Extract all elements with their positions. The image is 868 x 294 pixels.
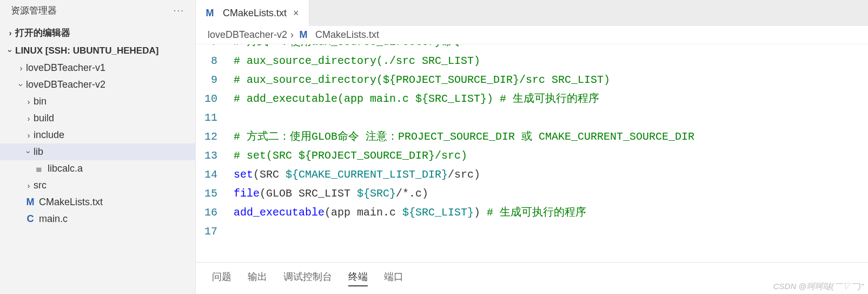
- cmake-file-icon: M: [203, 8, 216, 19]
- code-line[interactable]: 16add_executable(app main.c ${SRC_LIST})…: [196, 203, 868, 222]
- tab-label: CMakeLists.txt: [223, 8, 287, 19]
- code-content: # aux_source_directory(./src SRC_LIST): [234, 51, 868, 70]
- code-content: add_executable(app main.c ${SRC_LIST}) #…: [234, 203, 868, 222]
- chevron-right-icon: ›: [24, 114, 34, 123]
- line-number: 16: [196, 203, 234, 222]
- editor-area: M CMakeLists.txt × loveDBTeacher-v2 › M …: [196, 0, 868, 294]
- line-number: 15: [196, 184, 234, 203]
- folder-item[interactable]: ›include: [0, 127, 195, 143]
- tree-item-label: build: [34, 113, 54, 124]
- code-line[interactable]: 9# aux_source_directory(${PROJECT_SOURCE…: [196, 70, 868, 89]
- code-line[interactable]: 10# add_executable(app main.c ${SRC_LIST…: [196, 89, 868, 108]
- panel-tab-4[interactable]: 端口: [384, 270, 403, 286]
- chevron-down-icon: ›: [6, 46, 15, 56]
- code-line[interactable]: 7# 方式一：使用aux_source_directory命令: [196, 44, 868, 51]
- cmake-file-icon: M: [24, 197, 37, 208]
- tree-item-label: include: [34, 129, 64, 141]
- line-number: 14: [196, 165, 234, 184]
- code-line[interactable]: 17: [196, 222, 868, 241]
- explorer-title: 资源管理器: [11, 4, 57, 17]
- chevron-right-icon: ›: [24, 97, 34, 106]
- panel-tabs: 问题输出调试控制台终端端口: [196, 262, 868, 294]
- tree-item-label: src: [34, 180, 47, 191]
- tree-item-label: libcalc.a: [48, 163, 83, 174]
- line-number: 8: [196, 51, 234, 70]
- chevron-right-icon: ›: [24, 131, 34, 140]
- file-tree: ›loveDBTeacher-v1›loveDBTeacher-v2›bin›b…: [0, 60, 195, 227]
- folder-item[interactable]: ›loveDBTeacher-v2: [0, 76, 195, 93]
- panel-tab-1[interactable]: 输出: [248, 270, 267, 286]
- tab-cmakelists[interactable]: M CMakeLists.txt ×: [196, 0, 309, 26]
- folder-item[interactable]: ›bin: [0, 93, 195, 110]
- code-line[interactable]: 14set(SRC ${CMAKE_CURRENT_LIST_DIR}/src): [196, 165, 868, 184]
- tree-item-label: main.c: [39, 213, 68, 225]
- open-editors-section[interactable]: › 打开的编辑器: [0, 23, 195, 42]
- code-content: # 方式一：使用aux_source_directory命令: [234, 44, 868, 51]
- tree-item-label: CMakeLists.txt: [39, 197, 103, 208]
- line-number: 7: [196, 44, 234, 51]
- panel-tab-3[interactable]: 终端: [348, 270, 368, 286]
- code-line[interactable]: 12# 方式二：使用GLOB命令 注意：PROJECT_SOURCE_DIR 或…: [196, 127, 868, 146]
- tree-item-label: loveDBTeacher-v2: [26, 79, 105, 90]
- line-number: 12: [196, 127, 234, 146]
- panel-tab-2[interactable]: 调试控制台: [283, 270, 332, 286]
- breadcrumb-file[interactable]: CMakeLists.txt: [315, 29, 379, 41]
- editor-tabs: M CMakeLists.txt ×: [196, 0, 868, 26]
- tree-item-label: loveDBTeacher-v1: [26, 62, 105, 74]
- workspace-label: LINUX [SSH: UBUNTU_HEHEDA]: [15, 45, 158, 56]
- file-item[interactable]: ≣libcalc.a: [0, 160, 195, 177]
- explorer-header: 资源管理器 ···: [0, 0, 195, 23]
- code-content: [234, 222, 868, 241]
- code-line[interactable]: 11: [196, 108, 868, 127]
- line-number: 9: [196, 70, 234, 89]
- c-file-icon: C: [24, 213, 37, 225]
- panel-tab-0[interactable]: 问题: [212, 270, 231, 286]
- chevron-right-icon: ›: [5, 29, 15, 37]
- line-number: 13: [196, 146, 234, 165]
- tree-item-label: lib: [34, 146, 43, 158]
- code-content: # set(SRC ${PROJECT_SOURCE_DIR}/src): [234, 146, 868, 165]
- tree-item-label: bin: [34, 96, 47, 107]
- file-item[interactable]: Cmain.c: [0, 211, 195, 227]
- code-editor[interactable]: 7# 方式一：使用aux_source_directory命令8# aux_so…: [196, 44, 868, 262]
- folder-item[interactable]: ›loveDBTeacher-v1: [0, 60, 195, 76]
- folder-item[interactable]: ›src: [0, 177, 195, 194]
- close-icon[interactable]: ×: [291, 6, 301, 20]
- line-number: 10: [196, 89, 234, 108]
- folder-item[interactable]: ›lib: [0, 143, 195, 160]
- code-content: # aux_source_directory(${PROJECT_SOURCE_…: [234, 70, 868, 89]
- chevron-right-icon: ›: [24, 181, 34, 190]
- breadcrumb[interactable]: loveDBTeacher-v2 › M CMakeLists.txt: [196, 26, 868, 44]
- explorer-sidebar: 资源管理器 ··· › 打开的编辑器 › LINUX [SSH: UBUNTU_…: [0, 0, 196, 294]
- open-editors-label: 打开的编辑器: [15, 27, 70, 39]
- code-content: set(SRC ${CMAKE_CURRENT_LIST_DIR}/src): [234, 165, 868, 184]
- workspace-section[interactable]: › LINUX [SSH: UBUNTU_HEHEDA]: [0, 42, 195, 60]
- code-content: file(GLOB SRC_LIST ${SRC}/*.c): [234, 184, 868, 203]
- breadcrumb-folder[interactable]: loveDBTeacher-v2: [208, 29, 287, 41]
- cmake-file-icon: M: [297, 29, 310, 41]
- code-line[interactable]: 15file(GLOB SRC_LIST ${SRC}/*.c): [196, 184, 868, 203]
- chevron-right-icon: ›: [290, 29, 294, 41]
- more-actions-icon[interactable]: ···: [174, 5, 184, 16]
- code-line[interactable]: 8# aux_source_directory(./src SRC_LIST): [196, 51, 868, 70]
- chevron-down-icon: ›: [24, 147, 33, 157]
- file-item[interactable]: MCMakeLists.txt: [0, 194, 195, 211]
- chevron-right-icon: ›: [16, 64, 26, 73]
- line-number: 17: [196, 222, 234, 241]
- line-number: 11: [196, 108, 234, 127]
- watermark-text: CSDN @呵呵哒(￣▽￣)": [773, 282, 864, 292]
- chevron-down-icon: ›: [17, 80, 25, 90]
- file-icon: ≣: [32, 165, 45, 173]
- code-line[interactable]: 13# set(SRC ${PROJECT_SOURCE_DIR}/src): [196, 146, 868, 165]
- code-content: # 方式二：使用GLOB命令 注意：PROJECT_SOURCE_DIR 或 C…: [234, 127, 868, 146]
- folder-item[interactable]: ›build: [0, 110, 195, 127]
- code-content: [234, 108, 868, 127]
- code-content: # add_executable(app main.c ${SRC_LIST})…: [234, 89, 868, 108]
